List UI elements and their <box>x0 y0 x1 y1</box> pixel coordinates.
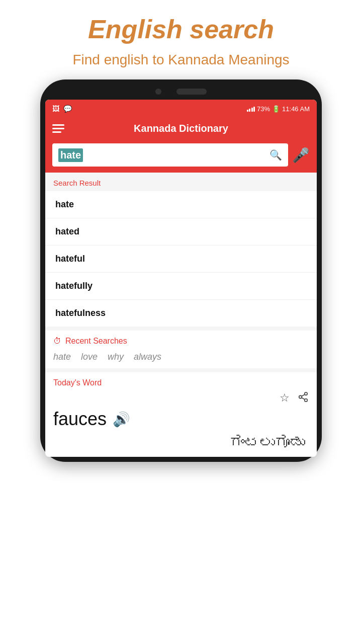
promo-subtitle: Find english to Kannada Meanings <box>30 50 332 69</box>
todays-word-label: Today's Word <box>53 378 309 387</box>
result-item-hatefully[interactable]: hatefully <box>45 273 317 300</box>
todays-word-kannada: ಗಂಟಲುಗೂಡು <box>53 434 309 451</box>
svg-point-2 <box>305 399 308 402</box>
phone-speaker <box>176 89 207 95</box>
recent-word-always[interactable]: always <box>134 352 161 362</box>
gallery-icon: 🖼 <box>52 105 59 113</box>
recent-word-hate[interactable]: hate <box>53 352 71 362</box>
phone-screen: 🖼 💬 73% 🔋 11:46 AM <box>45 100 317 457</box>
status-right: 73% 🔋 11:46 AM <box>247 105 310 113</box>
search-query-highlight[interactable]: hate <box>58 148 83 162</box>
signal-bar-2 <box>249 109 250 112</box>
search-container: hate 🔍 🎤 <box>45 139 317 173</box>
search-result-label: Search Result <box>45 173 317 191</box>
signal-bar-4 <box>253 107 255 112</box>
app-header: Kannada Dictionary <box>45 118 317 139</box>
todays-word-section: Today's Word ☆ fauces 🔊 ಗಂಟಲುಗೂಡು <box>45 372 317 457</box>
result-item-hatefulness[interactable]: hatefulness <box>45 300 317 327</box>
recent-searches-label: Recent Searches <box>65 337 127 346</box>
todays-word-main: fauces 🔊 <box>53 409 309 430</box>
app-title: Kannada Dictionary <box>72 123 310 134</box>
svg-point-0 <box>305 392 308 395</box>
recent-searches-section: ⏱ Recent Searches hate love why always <box>45 331 317 368</box>
result-item-hate[interactable]: hate <box>45 191 317 218</box>
result-item-hated[interactable]: hated <box>45 218 317 246</box>
svg-line-3 <box>302 398 305 400</box>
search-icon[interactable]: 🔍 <box>269 149 282 161</box>
time-display: 11:46 AM <box>282 105 310 113</box>
svg-line-4 <box>302 394 305 396</box>
battery-percent: 73% <box>257 105 270 113</box>
bookmark-icon[interactable]: ☆ <box>280 391 290 406</box>
recent-words-list: hate love why always <box>53 352 309 362</box>
word-actions: ☆ <box>53 391 309 406</box>
signal-bar-3 <box>251 108 253 112</box>
hamburger-line-1 <box>52 124 64 126</box>
phone-top-bar <box>45 89 317 100</box>
phone-camera <box>155 89 161 95</box>
recent-header: ⏱ Recent Searches <box>53 337 309 346</box>
clock-icon: ⏱ <box>53 337 61 346</box>
share-icon[interactable] <box>298 391 309 406</box>
result-list: hate hated hateful hatefully hatefulness <box>45 191 317 327</box>
svg-point-1 <box>299 396 302 399</box>
promo-section: English search Find english to Kannada M… <box>0 0 362 79</box>
hamburger-line-2 <box>52 128 64 129</box>
hamburger-line-3 <box>52 131 61 133</box>
hamburger-menu[interactable] <box>52 124 64 133</box>
promo-title: English search <box>30 15 332 44</box>
recent-word-love[interactable]: love <box>81 352 98 362</box>
phone-frame: 🖼 💬 73% 🔋 11:46 AM <box>40 79 322 462</box>
content-area: Search Result hate hated hateful hateful… <box>45 173 317 457</box>
signal-bar-1 <box>247 110 248 112</box>
signal-bars <box>247 106 255 112</box>
result-item-hateful[interactable]: hateful <box>45 246 317 273</box>
todays-word-text: fauces <box>53 409 107 430</box>
message-icon: 💬 <box>63 105 72 113</box>
battery-icon: 🔋 <box>272 105 280 113</box>
search-input-wrapper[interactable]: hate 🔍 <box>52 143 288 167</box>
status-left-icons: 🖼 💬 <box>52 105 72 113</box>
speaker-icon[interactable]: 🔊 <box>113 411 130 428</box>
mic-icon[interactable]: 🎤 <box>292 147 310 164</box>
status-bar: 🖼 💬 73% 🔋 11:46 AM <box>45 100 317 118</box>
recent-word-why[interactable]: why <box>108 352 124 362</box>
search-results-section: Search Result hate hated hateful hateful… <box>45 173 317 327</box>
